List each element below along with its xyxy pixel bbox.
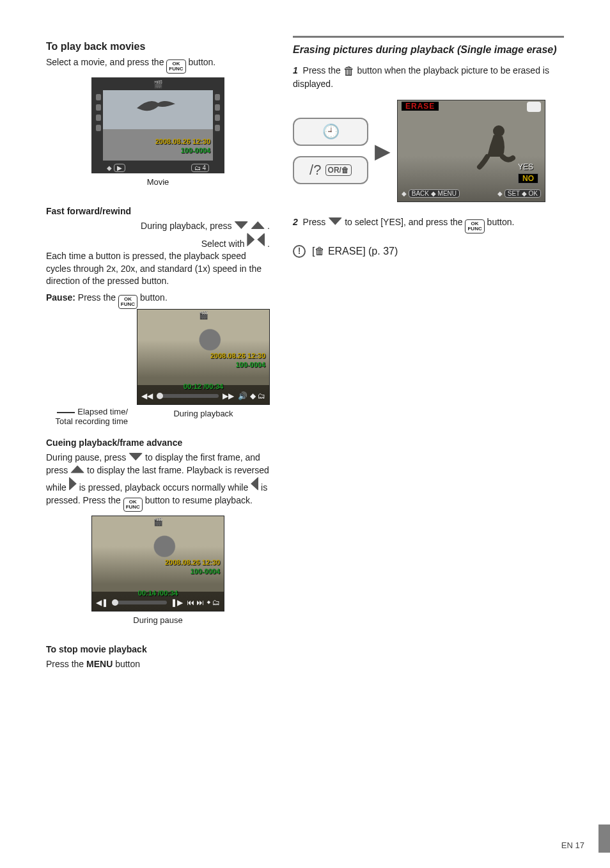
playback-caption: During playback (137, 409, 270, 418)
elapsed-label-1: Elapsed time/ (46, 407, 132, 416)
cueing-para: During pause, press to display the first… (46, 452, 270, 512)
or-trash-label: OR/🗑 (325, 164, 352, 176)
erase-note: [🗑 ERASE] (p. 37) (293, 245, 564, 258)
erase-note-text: [🗑 ERASE] (p. 37) (312, 246, 398, 257)
film-strip-right (213, 90, 222, 161)
right-arrow-icon (247, 233, 254, 247)
pause-label: Pause: (46, 292, 75, 303)
camera-button-stack: 🕘 /? OR/🗑 (293, 118, 368, 184)
erase-set-hint: SET ◆ OK (504, 189, 541, 198)
ok-func-button-icon: OKFUNC (118, 295, 137, 309)
stop-line: Press the MENU button (46, 658, 270, 671)
subsection-cueing: Cueing playback/frame advance (46, 438, 270, 448)
timer-button[interactable]: 🕘 (293, 118, 368, 146)
erase-option-yes[interactable]: YES (518, 162, 538, 172)
ok-func-button-icon: OKFUNC (166, 59, 185, 74)
page-number: EN 17 (561, 840, 584, 850)
erase-screenshot: ERASE YES NO ◆ BACK ◆ MENU ◆ SET ◆ OK (397, 100, 545, 202)
note-icon (293, 245, 306, 258)
fastfwd-icon: ▶▶ (223, 391, 234, 400)
ffrw-line2: Select with . (46, 233, 270, 251)
pause-screenshot: 🎬 2008.08.26 12:30 100-0004 00:14 /00:34… (91, 516, 224, 612)
film-strip-left (94, 90, 103, 161)
left-column: To play back movies Select a movie, and … (46, 36, 270, 670)
rewind-icon: ◀◀ (141, 391, 153, 400)
trash-icon: 🗑 (343, 65, 355, 77)
side-tab (598, 825, 610, 853)
erase-options: YES NO (518, 162, 538, 184)
pause-filenum: 100-0004 (191, 567, 221, 575)
section-title-erase: Erasing pictures during playback (Single… (293, 44, 564, 56)
intro-line: Select a movie, and press the OKFUNC but… (46, 56, 270, 74)
page: To play back movies Select a movie, and … (0, 0, 610, 868)
left-arrow-icon (251, 477, 258, 491)
timer-icon: 🕘 (322, 123, 340, 140)
pause-date: 2008.08.26 12:30 (165, 558, 220, 566)
movie-filenum-overlay: 100-0004 (181, 146, 211, 154)
movie-date-overlay: 2008.08.26 12:30 (155, 138, 210, 145)
elapsed-label-2: Total recording time (46, 416, 132, 426)
runner-illustration (137, 310, 269, 385)
erase-option-no[interactable]: NO (518, 173, 538, 184)
right-arrow-icon (69, 477, 77, 491)
right-column: Erasing pictures during playback (Single… (293, 36, 564, 670)
ffrw-para: Each time a button is pressed, the playb… (46, 250, 270, 288)
frame-back-icon: ◀❚ (96, 598, 108, 607)
runner-illustration (92, 516, 224, 592)
menu-button-label: MENU (86, 659, 113, 669)
pause-line: Pause: Press the OKFUNC button. (46, 292, 270, 309)
up-arrow-icon (251, 221, 265, 229)
ok-func-button-icon: OKFUNC (465, 219, 484, 233)
movie-mode-icon: 🎬 (153, 80, 163, 89)
bird-illustration (134, 95, 178, 121)
down-arrow-icon (328, 217, 342, 225)
arrow-right-icon: ▶ (375, 139, 391, 163)
movie-mode-icon: 🎬 (153, 517, 163, 526)
erase-button[interactable]: /? OR/🗑 (293, 156, 368, 184)
erase-screen-title: ERASE (402, 102, 439, 111)
erase-step1: 1 Press the 🗑 button when the playback p… (293, 62, 564, 91)
erase-back-hint: BACK ◆ MENU (409, 189, 460, 198)
erase-step2: 2 Press to select [YES], and press the O… (293, 216, 564, 233)
left-arrow-icon (257, 233, 265, 247)
playback-screenshot: 🎬 2008.08.26 12:30 100-0004 00:12 /00:34… (137, 309, 270, 405)
down-arrow-icon (234, 221, 248, 229)
voice-memo-icon (527, 102, 541, 112)
section-title-play-movies: To play back movies (46, 41, 270, 52)
subsection-ff-rw: Fast forward/rewind (46, 206, 270, 216)
sitting-person-illustration (471, 120, 522, 171)
section-divider (293, 36, 564, 38)
ok-func-button-icon: OKFUNC (123, 498, 143, 512)
pause-caption: During pause (133, 615, 182, 625)
pause-progressbar: ◀❚ ❚▶ ⏮ ⏭ ◆ 🗂 (96, 598, 220, 607)
playback-filenum: 100-0004 (236, 361, 266, 368)
movie-index-screenshot: 🎬 2008.08.26 12:30 100-0004 (91, 77, 224, 173)
skip-icons: ⏮ ⏭ ◆ 🗂 (187, 598, 220, 607)
intro-post: button. (188, 57, 215, 67)
subsection-stop: To stop movie playback (46, 644, 270, 654)
pause-time: 00:14 /00:34 (138, 589, 178, 597)
playback-date: 2008.08.26 12:30 (210, 352, 265, 359)
sound-icon: 🔊 ◆ 🗂 (238, 391, 265, 400)
playback-progressbar: ◀◀ ▶▶ 🔊 ◆ 🗂 (141, 391, 265, 400)
ffrw-line1: During playback, press . (46, 220, 270, 233)
up-arrow-icon (70, 466, 84, 473)
down-arrow-icon (129, 453, 143, 461)
playback-time: 00:12 /00:34 (184, 383, 223, 390)
help-icon-label: /? (309, 162, 321, 178)
movie-mode-icon: 🎬 (199, 311, 208, 320)
intro-pre: Select a movie, and press the (46, 57, 166, 67)
frame-fwd-icon: ❚▶ (171, 598, 183, 607)
movie-bottom-bar: ◆ ▶ 🗂 4 (94, 163, 222, 172)
movie-caption: Movie (147, 177, 169, 187)
